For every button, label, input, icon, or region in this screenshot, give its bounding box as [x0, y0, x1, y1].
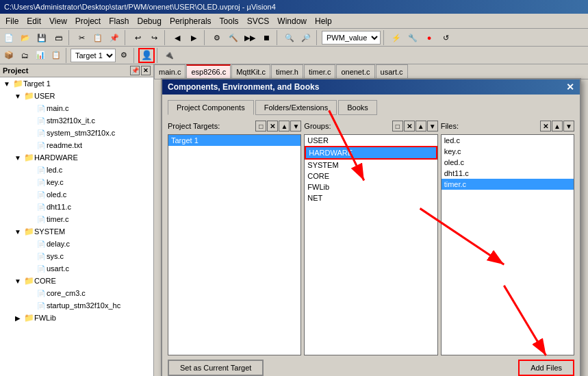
files-list[interactable]: led.c key.c oled.c dht11.c	[441, 134, 574, 355]
targets-down-btn[interactable]: ▼	[290, 121, 301, 131]
tree-target1[interactable]: ▼ 📁 Target 1	[0, 77, 153, 90]
tree-timerc-hw[interactable]: 📄 timer.c	[0, 213, 153, 225]
targets-del-btn[interactable]: ✕	[267, 121, 278, 131]
groups-item-net[interactable]: NET	[305, 192, 437, 203]
tab-usartc[interactable]: usart.c	[376, 64, 408, 79]
tree-sysc[interactable]: 📄 sys.c	[0, 250, 153, 262]
groups-down-btn[interactable]: ▼	[427, 121, 438, 131]
core-folder-expand[interactable]: ▼	[12, 277, 23, 285]
menu-view[interactable]: View	[45, 15, 71, 27]
menu-peripherals[interactable]: Peripherals	[166, 15, 216, 27]
groups-item-core[interactable]: CORE	[305, 171, 437, 181]
proj-btn3[interactable]: 📊	[33, 48, 48, 63]
files-item-ledc[interactable]: led.c	[442, 135, 574, 146]
tree-hardware[interactable]: ▼ 📁 HARDWARE	[0, 151, 153, 164]
dbg2-btn[interactable]: 🔎	[298, 30, 314, 45]
dialog-tab-books[interactable]: Books	[338, 100, 377, 115]
tree-startup[interactable]: 📄 startup_stm32f10x_hc	[0, 299, 153, 312]
tree-oledc[interactable]: 📄 oled.c	[0, 188, 153, 201]
menu-project[interactable]: Project	[71, 15, 105, 27]
target-select[interactable]: Target 1	[71, 49, 116, 62]
tree-user[interactable]: ▼ 📁 USER	[0, 90, 153, 102]
proj-btn2[interactable]: 🗂	[17, 48, 32, 63]
tab-esp8266[interactable]: esp8266.c	[186, 64, 231, 79]
tab-onenetc[interactable]: onenet.c	[336, 64, 374, 79]
tree-mainc[interactable]: 📄 main.c	[0, 102, 153, 114]
save-btn[interactable]: 💾	[34, 30, 49, 45]
tree-corecm3[interactable]: 📄 core_cm3.c	[0, 287, 153, 299]
misc5-btn[interactable]: 🔌	[162, 48, 177, 63]
build-btn[interactable]: ⚙	[209, 30, 225, 45]
targets-up-btn[interactable]: ▲	[279, 121, 290, 131]
project-pin-btn[interactable]: 📌	[130, 66, 140, 75]
tree-dht11c[interactable]: 📄 dht11.c	[0, 201, 153, 213]
tab-mqttkit[interactable]: MqttKit.c	[231, 64, 270, 79]
files-item-timerc[interactable]: timer.c	[442, 179, 574, 190]
dialog-tab-folders[interactable]: Folders/Extensions	[255, 100, 337, 115]
tree-system[interactable]: 📄 system_stm32f10x.c	[0, 127, 153, 139]
menu-edit[interactable]: Edit	[23, 15, 45, 27]
groups-add-btn[interactable]: □	[392, 121, 403, 131]
targets-add-btn[interactable]: □	[255, 121, 266, 131]
dialog-tab-components[interactable]: Project Components	[168, 100, 254, 115]
cut-btn[interactable]: ✂	[74, 30, 89, 45]
groups-del-btn[interactable]: ✕	[404, 121, 415, 131]
tab-timerc[interactable]: timer.c	[304, 64, 335, 79]
targets-list-item-target1[interactable]: Target 1	[168, 135, 301, 146]
tree-system-folder[interactable]: ▼ 📁 SYSTEM	[0, 225, 153, 238]
proj-btn1[interactable]: 📦	[1, 48, 16, 63]
build3-btn[interactable]: ▶▶	[242, 30, 257, 45]
groups-item-fwlib[interactable]: FWLib	[305, 181, 437, 192]
menu-file[interactable]: File	[1, 15, 23, 27]
fwlib-folder-expand[interactable]: ▶	[12, 314, 23, 322]
system-folder-expand[interactable]: ▼	[12, 228, 23, 236]
menu-flash[interactable]: Flash	[105, 15, 133, 27]
dbg-btn[interactable]: 🔍	[282, 30, 297, 45]
files-item-keyc[interactable]: key.c	[442, 146, 574, 157]
copy-btn[interactable]: 📋	[90, 30, 105, 45]
redo-btn[interactable]: ↪	[146, 30, 162, 45]
misc3-btn[interactable]: ●	[422, 30, 437, 45]
tree-usartc[interactable]: 📄 usart.c	[0, 262, 153, 275]
target-settings-btn[interactable]: ⚙	[116, 48, 131, 63]
nav-back-btn[interactable]: ◀	[170, 30, 185, 45]
tree-fwlib-folder[interactable]: ▶ 📁 FWLib	[0, 312, 153, 324]
open-btn[interactable]: 📂	[18, 30, 33, 45]
misc2-btn[interactable]: 🔧	[405, 30, 420, 45]
tree-delayc[interactable]: 📄 delay.c	[0, 238, 153, 250]
pwm-select[interactable]: PWM_value	[322, 31, 381, 45]
paste-btn[interactable]: 📌	[107, 30, 122, 45]
tree-stm32it[interactable]: 📄 stm32f10x_it.c	[0, 114, 153, 127]
menu-svcs[interactable]: SVCS	[243, 15, 274, 27]
groups-list[interactable]: USER HARDWARE SYSTEM CORE	[304, 134, 437, 355]
groups-up-btn[interactable]: ▲	[416, 121, 426, 131]
undo-btn[interactable]: ↩	[130, 30, 145, 45]
target1-expand-icon[interactable]: ▼	[1, 80, 12, 88]
menu-help[interactable]: Help	[311, 15, 336, 27]
files-item-oledc[interactable]: oled.c	[442, 157, 574, 168]
menu-window[interactable]: Window	[273, 15, 311, 27]
files-del-btn[interactable]: ✕	[540, 121, 551, 131]
targets-list[interactable]: Target 1	[168, 134, 301, 355]
files-item-dht11c[interactable]: dht11.c	[442, 168, 574, 179]
project-tree-scroll[interactable]: ▼ 📁 Target 1 ▼ 📁 USER 📄 main.c 📄 stm32f1…	[0, 77, 153, 376]
tree-readme[interactable]: 📄 readme.txt	[0, 139, 153, 151]
files-down-btn[interactable]: ▼	[563, 121, 574, 131]
nav-fwd-btn[interactable]: ▶	[186, 30, 201, 45]
tree-ledc[interactable]: 📄 led.c	[0, 164, 153, 176]
tab-mainc[interactable]: main.c	[154, 64, 186, 79]
proj-btn4[interactable]: 📋	[49, 48, 64, 63]
misc1-btn[interactable]: ⚡	[389, 30, 404, 45]
user-expand-icon[interactable]: ▼	[12, 92, 23, 100]
groups-item-user[interactable]: USER	[305, 135, 437, 146]
project-close-btn[interactable]: ✕	[141, 66, 151, 75]
groups-item-system[interactable]: SYSTEM	[305, 160, 437, 171]
misc4-btn[interactable]: ↺	[438, 30, 453, 45]
groups-item-hardware[interactable]: HARDWARE	[305, 146, 437, 160]
files-up-btn[interactable]: ▲	[552, 121, 563, 131]
save-all-btn[interactable]: 🗃	[51, 30, 66, 45]
hardware-expand-icon[interactable]: ▼	[12, 154, 23, 162]
tree-keyc[interactable]: 📄 key.c	[0, 176, 153, 188]
tree-core-folder[interactable]: ▼ 📁 CORE	[0, 275, 153, 287]
tab-timerh[interactable]: timer.h	[271, 64, 303, 79]
